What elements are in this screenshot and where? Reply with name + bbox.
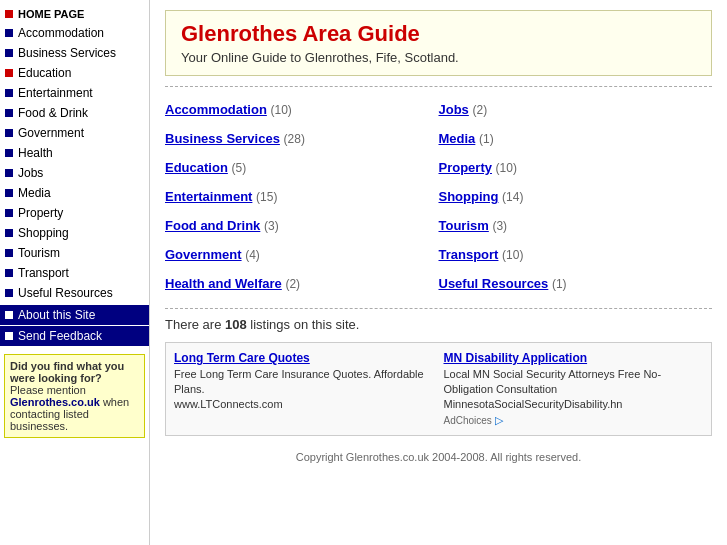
category-count: (3) — [492, 219, 507, 233]
category-link-jobs[interactable]: Jobs — [439, 102, 469, 117]
bullet-icon — [5, 89, 13, 97]
category-link-media[interactable]: Media — [439, 131, 476, 146]
ad-text-2: Local MN Social Security Attorneys Free … — [444, 367, 704, 398]
sidebar-item-transport[interactable]: Transport — [0, 263, 149, 283]
sidebar-item-health[interactable]: Health — [0, 143, 149, 163]
sidebar-item-tourism[interactable]: Tourism — [0, 243, 149, 263]
category-count: (10) — [502, 248, 523, 262]
category-link-food-drink[interactable]: Food and Drink — [165, 218, 260, 233]
bullet-icon — [5, 189, 13, 197]
categories-grid: Accommodation (10) Jobs (2) Business Ser… — [165, 86, 712, 298]
list-item: Tourism (3) — [439, 211, 713, 240]
category-link-transport[interactable]: Transport — [439, 247, 499, 262]
list-item: Food and Drink (3) — [165, 211, 439, 240]
bullet-icon — [5, 169, 13, 177]
bullet-icon — [5, 10, 13, 18]
list-item: Business Services (28) — [165, 124, 439, 153]
sidebar-item-shopping[interactable]: Shopping — [0, 223, 149, 243]
ad-link-2[interactable]: MN Disability Application — [444, 351, 704, 365]
main-content: Glenrothes Area Guide Your Online Guide … — [150, 0, 727, 545]
bullet-icon — [5, 229, 13, 237]
total-text: There are 108 listings on this site. — [165, 308, 712, 332]
bullet-icon — [5, 311, 13, 319]
sidebar-item-property[interactable]: Property — [0, 203, 149, 223]
category-count: (1) — [479, 132, 494, 146]
list-item: Education (5) — [165, 153, 439, 182]
sidebar-item-about[interactable]: About this Site — [0, 305, 149, 325]
category-count: (2) — [285, 277, 300, 291]
bullet-icon — [5, 332, 13, 340]
category-link-business-services[interactable]: Business Services — [165, 131, 280, 146]
category-link-tourism[interactable]: Tourism — [439, 218, 489, 233]
ad-url-2: MinnesotaSocialSecurityDisability.hn — [444, 398, 704, 410]
sidebar-item-entertainment[interactable]: Entertainment — [0, 83, 149, 103]
category-link-shopping[interactable]: Shopping — [439, 189, 499, 204]
category-count: (3) — [264, 219, 279, 233]
bullet-icon — [5, 269, 13, 277]
ad-choices-icon[interactable]: ▷ — [495, 414, 503, 427]
list-item: Government (4) — [165, 240, 439, 269]
category-link-property[interactable]: Property — [439, 160, 492, 175]
list-item: Accommodation (10) — [165, 95, 439, 124]
ad-text-1: Free Long Term Care Insurance Quotes. Af… — [174, 367, 434, 398]
category-link-health-welfare[interactable]: Health and Welfare — [165, 276, 282, 291]
header-box: Glenrothes Area Guide Your Online Guide … — [165, 10, 712, 76]
bullet-icon — [5, 249, 13, 257]
bullet-icon — [5, 289, 13, 297]
category-link-accommodation[interactable]: Accommodation — [165, 102, 267, 117]
list-item: Entertainment (15) — [165, 182, 439, 211]
category-count: (5) — [231, 161, 246, 175]
page-title: Glenrothes Area Guide — [181, 21, 696, 47]
category-link-useful-resources[interactable]: Useful Resources — [439, 276, 549, 291]
category-count: (2) — [472, 103, 487, 117]
sidebar-item-send-feedback[interactable]: Send Feedback — [0, 326, 149, 346]
list-item: Property (10) — [439, 153, 713, 182]
sidebar-item-accommodation[interactable]: Accommodation — [0, 23, 149, 43]
category-link-entertainment[interactable]: Entertainment — [165, 189, 252, 204]
sidebar-item-useful-resources[interactable]: Useful Resources — [0, 283, 149, 303]
footer: Copyright Glenrothes.co.uk 2004-2008. Al… — [165, 446, 712, 468]
category-count: (15) — [256, 190, 277, 204]
list-item: Shopping (14) — [439, 182, 713, 211]
sidebar-item-business-services[interactable]: Business Services — [0, 43, 149, 63]
category-count: (10) — [496, 161, 517, 175]
category-link-government[interactable]: Government — [165, 247, 242, 262]
sidebar-item-media[interactable]: Media — [0, 183, 149, 203]
page-subtitle: Your Online Guide to Glenrothes, Fife, S… — [181, 50, 696, 65]
sidebar-item-government[interactable]: Government — [0, 123, 149, 143]
category-count: (10) — [270, 103, 291, 117]
bullet-icon — [5, 29, 13, 37]
sidebar-item-education[interactable]: Education — [0, 63, 149, 83]
list-item: Jobs (2) — [439, 95, 713, 124]
category-count: (4) — [245, 248, 260, 262]
sidebar-item-food-drink[interactable]: Food & Drink — [0, 103, 149, 123]
sidebar-item-jobs[interactable]: Jobs — [0, 163, 149, 183]
sidebar: HOME PAGE Accommodation Business Service… — [0, 0, 150, 545]
bullet-icon — [5, 129, 13, 137]
bullet-icon — [5, 149, 13, 157]
category-count: (28) — [284, 132, 305, 146]
sidebar-note: Did you find what you were looking for? … — [4, 354, 145, 438]
ad-column-1: Long Term Care Quotes Free Long Term Car… — [174, 351, 434, 427]
list-item: Useful Resources (1) — [439, 269, 713, 298]
bullet-icon — [5, 49, 13, 57]
ad-column-2: MN Disability Application Local MN Socia… — [444, 351, 704, 427]
sidebar-item-homepage[interactable]: HOME PAGE — [0, 5, 149, 23]
category-link-education[interactable]: Education — [165, 160, 228, 175]
category-count: (1) — [552, 277, 567, 291]
ad-url-1: www.LTConnects.com — [174, 398, 434, 410]
list-item: Media (1) — [439, 124, 713, 153]
bullet-icon — [5, 109, 13, 117]
category-count: (14) — [502, 190, 523, 204]
list-item: Transport (10) — [439, 240, 713, 269]
bullet-icon — [5, 209, 13, 217]
list-item: Health and Welfare (2) — [165, 269, 439, 298]
bullet-icon — [5, 69, 13, 77]
ad-link-1[interactable]: Long Term Care Quotes — [174, 351, 434, 365]
ad-box: Long Term Care Quotes Free Long Term Car… — [165, 342, 712, 436]
ad-choices: AdChoices ▷ — [444, 414, 704, 427]
